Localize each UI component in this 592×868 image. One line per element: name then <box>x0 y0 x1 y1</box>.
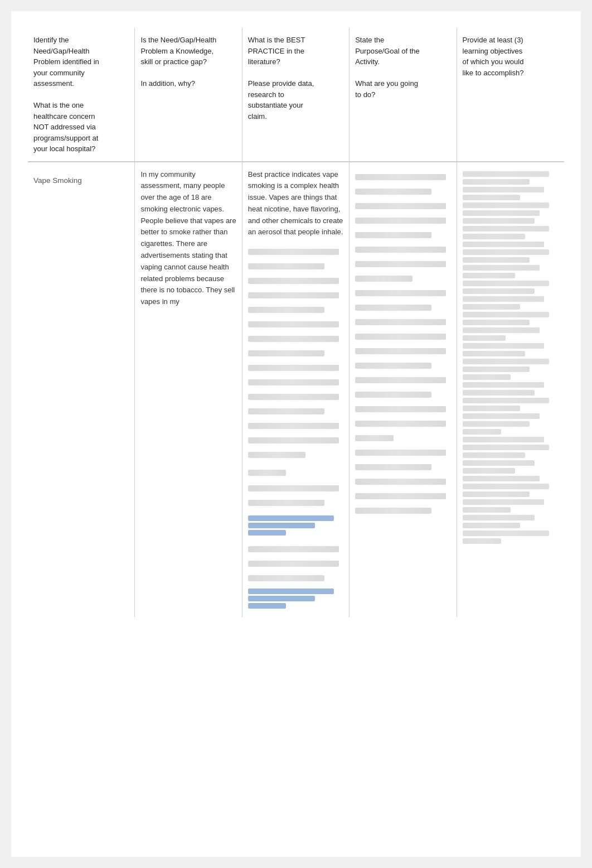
page-container: Identify the Need/Gap/Health Problem ide… <box>11 11 581 857</box>
blurred-line <box>248 307 324 313</box>
blurred-line <box>463 507 511 513</box>
blurred-line <box>463 195 520 200</box>
blurred-line <box>463 226 549 232</box>
blurred-line <box>248 278 339 284</box>
blurred-line <box>248 321 339 327</box>
header-cell-2: Is the Need/Gap/Health Problem a Knowled… <box>135 28 242 161</box>
blurred-line <box>355 203 446 209</box>
blurred-line <box>463 382 545 388</box>
blurred-line <box>463 476 540 481</box>
data-cell-community: In my community assessment, many people … <box>135 162 242 618</box>
blurred-line <box>355 319 446 325</box>
blurred-line <box>463 390 535 396</box>
blurred-line <box>355 232 431 238</box>
blurred-purpose-block <box>355 169 450 519</box>
header-cell-1: Identify the Need/Gap/Health Problem ide… <box>28 28 135 161</box>
link-block-1 <box>248 515 343 536</box>
blurred-line <box>355 479 446 485</box>
blurred-line <box>248 437 339 443</box>
header-col1-text: Identify the Need/Gap/Health Problem ide… <box>33 36 99 153</box>
blurred-line <box>355 464 431 470</box>
blurred-line <box>355 435 394 441</box>
blurred-line <box>355 290 446 296</box>
blurred-line <box>248 423 339 429</box>
blurred-line <box>355 189 431 195</box>
blurred-line <box>248 394 339 400</box>
blurred-line <box>463 499 545 505</box>
blurred-line <box>355 508 431 514</box>
blurred-line <box>463 265 540 271</box>
blurred-line <box>463 257 530 263</box>
blurred-line <box>463 367 530 372</box>
community-text: In my community assessment, many people … <box>140 170 236 306</box>
blurred-line <box>355 377 446 383</box>
header-col4-text: State the Purpose/Goal of the Activity. … <box>355 36 420 99</box>
blurred-line <box>248 249 339 255</box>
blurred-line <box>463 491 530 497</box>
blurred-line <box>248 500 324 506</box>
blurred-line <box>248 408 324 414</box>
blurred-line <box>355 247 446 253</box>
header-row: Identify the Need/Gap/Health Problem ide… <box>28 28 564 162</box>
blurred-line <box>463 468 516 474</box>
blurred-line <box>355 276 413 282</box>
blurred-line <box>463 320 530 325</box>
blurred-line <box>355 348 446 354</box>
link-line <box>248 603 287 609</box>
blurred-line <box>463 437 545 442</box>
blurred-line <box>248 452 305 458</box>
blurred-block-1 <box>248 244 343 463</box>
link-line <box>248 589 334 594</box>
blurred-line <box>463 523 520 528</box>
blurred-line <box>248 350 324 356</box>
data-cell-objectives <box>457 162 564 618</box>
blurred-line <box>463 218 535 224</box>
blurred-line <box>463 327 540 333</box>
blurred-line <box>355 305 431 311</box>
blurred-line <box>248 575 324 581</box>
blurred-line <box>355 218 446 224</box>
header-cell-5: Provide at least (3) learning objectives… <box>457 28 564 161</box>
blurred-line <box>355 174 446 180</box>
blurred-phrase <box>248 470 287 476</box>
objectives-blurred <box>463 169 559 546</box>
data-cell-purpose <box>350 162 457 618</box>
blurred-line <box>463 452 525 458</box>
blurred-line <box>463 359 549 364</box>
blurred-line <box>248 263 324 269</box>
blurred-line <box>248 546 339 552</box>
blurred-line <box>463 531 549 536</box>
blurred-line <box>355 363 431 369</box>
data-cell-topic: Vape Smoking <box>28 162 135 618</box>
blurred-line <box>355 406 446 412</box>
header-cell-4: State the Purpose/Goal of the Activity. … <box>350 28 457 161</box>
data-cell-bestpractice: Best practice indicates vape smoking is … <box>242 162 350 618</box>
blurred-line <box>463 343 545 349</box>
blurred-line <box>248 365 339 371</box>
link-block-2 <box>248 589 343 609</box>
blurred-line <box>463 406 520 411</box>
blurred-line <box>355 450 446 456</box>
blurred-line <box>463 171 549 177</box>
header-col2-text: Is the Need/Gap/Health Problem a Knowled… <box>140 36 216 88</box>
blurred-line <box>463 202 549 208</box>
blurred-line <box>463 374 511 380</box>
blurred-line <box>355 421 446 427</box>
blurred-line <box>463 304 520 310</box>
blurred-line <box>463 210 540 216</box>
blurred-line <box>463 351 525 356</box>
blurred-line <box>463 413 540 419</box>
blurred-line <box>355 392 431 398</box>
blurred-line <box>463 429 501 435</box>
blurred-line <box>463 538 501 544</box>
topic-label: Vape Smoking <box>33 169 82 187</box>
blurred-line <box>248 485 339 491</box>
link-line <box>248 515 334 521</box>
blurred-line <box>463 335 506 341</box>
blurred-line <box>463 296 545 302</box>
link-line <box>248 530 287 536</box>
blurred-line <box>463 242 545 247</box>
blurred-line <box>463 249 549 255</box>
blurred-line <box>463 484 549 489</box>
data-row-1: Vape Smoking In my community assessment,… <box>28 162 564 618</box>
